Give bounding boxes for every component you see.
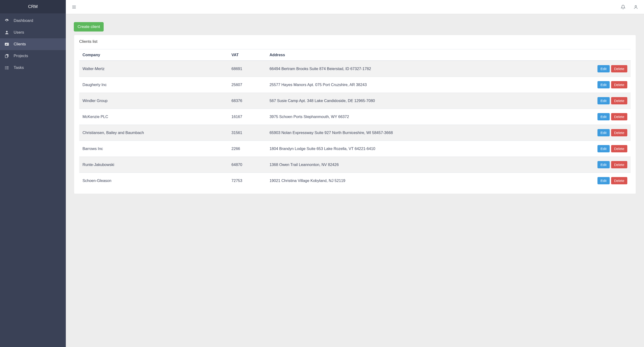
sidebar-item-clients[interactable]: Clients — [0, 38, 66, 50]
cell-actions: EditDelete — [551, 109, 630, 125]
id-card-icon — [4, 42, 10, 47]
delete-button[interactable]: Delete — [611, 161, 627, 168]
table-row: Christiansen, Bailey and Baumbach3156165… — [79, 125, 630, 141]
sidebar-nav: DashboardUsersClientsProjectsTasks — [0, 14, 66, 74]
svg-point-0 — [6, 21, 7, 22]
cell-vat: 64870 — [228, 157, 266, 173]
edit-button[interactable]: Edit — [598, 81, 610, 88]
cell-company: Daugherty Inc — [79, 77, 228, 93]
cell-vat: 25607 — [228, 77, 266, 93]
delete-button[interactable]: Delete — [611, 129, 627, 136]
svg-point-17 — [635, 6, 637, 7]
cell-company: Schoen-Gleason — [79, 173, 228, 189]
sidebar: CRM DashboardUsersClientsProjectsTasks — [0, 0, 66, 347]
svg-rect-10 — [5, 68, 6, 68]
cell-address: 1368 Owen Trail Leannonton, NV 82426 — [266, 157, 551, 173]
cell-address: 25577 Hayes Manors Apt. 075 Port Cruzshi… — [266, 77, 551, 93]
cell-actions: EditDelete — [551, 173, 630, 189]
col-address: Address — [266, 49, 551, 61]
cell-vat: 68376 — [228, 93, 266, 109]
table-row: McKenzie PLC161673975 Schoen Ports Steph… — [79, 109, 630, 125]
tasks-icon — [4, 65, 10, 70]
cell-actions: EditDelete — [551, 157, 630, 173]
delete-button[interactable]: Delete — [611, 97, 627, 104]
cell-company: Christiansen, Bailey and Baumbach — [79, 125, 228, 141]
card-title: Clients list — [74, 35, 636, 48]
svg-rect-4 — [7, 44, 8, 44]
sidebar-item-projects[interactable]: Projects — [0, 50, 66, 62]
delete-button[interactable]: Delete — [611, 145, 627, 152]
cell-actions: EditDelete — [551, 125, 630, 141]
delete-button[interactable]: Delete — [611, 81, 627, 88]
col-actions — [551, 49, 630, 61]
sidebar-item-label: Dashboard — [14, 18, 33, 23]
table-row: Runte-Jakubowski648701368 Owen Trail Lea… — [79, 157, 630, 173]
copy-icon — [4, 53, 10, 58]
sidebar-item-dashboard[interactable]: Dashboard — [0, 15, 66, 26]
svg-rect-5 — [7, 44, 8, 44]
cell-address: 65903 Nolan Expressway Suite 927 North B… — [266, 125, 551, 141]
svg-point-3 — [6, 44, 7, 44]
clients-tbody: Walter-Mertz6869166494 Bertram Brooks Su… — [79, 61, 630, 188]
edit-button[interactable]: Edit — [598, 97, 610, 104]
edit-button[interactable]: Edit — [598, 161, 610, 168]
cell-vat: 72753 — [228, 173, 266, 189]
svg-rect-13 — [6, 69, 9, 69]
cell-company: Windler Group — [79, 93, 228, 109]
delete-button[interactable]: Delete — [611, 113, 627, 120]
cell-address: 66494 Bertram Brooks Suite 874 Beierstad… — [266, 61, 551, 77]
col-company: Company — [79, 49, 228, 61]
sidebar-item-users[interactable]: Users — [0, 26, 66, 38]
cell-vat: 31561 — [228, 125, 266, 141]
dashboard-icon — [4, 18, 10, 23]
cell-company: McKenzie PLC — [79, 109, 228, 125]
delete-button[interactable]: Delete — [611, 65, 627, 72]
cell-company: Barrows Inc — [79, 141, 228, 157]
table-row: Windler Group68376567 Susie Camp Apt. 34… — [79, 93, 630, 109]
cell-address: 19021 Christina Village Kobyland, NJ 521… — [266, 173, 551, 189]
cell-actions: EditDelete — [551, 61, 630, 77]
delete-button[interactable]: Delete — [611, 177, 627, 184]
sidebar-item-label: Projects — [14, 54, 28, 58]
edit-button[interactable]: Edit — [598, 129, 610, 136]
sidebar-item-tasks[interactable]: Tasks — [0, 62, 66, 74]
edit-button[interactable]: Edit — [598, 145, 610, 152]
svg-point-1 — [6, 31, 8, 32]
clients-table: Company VAT Address Walter-Mertz68691664… — [79, 49, 630, 188]
cell-company: Walter-Mertz — [79, 61, 228, 77]
cell-vat: 68691 — [228, 61, 266, 77]
cell-company: Runte-Jakubowski — [79, 157, 228, 173]
svg-rect-7 — [5, 55, 8, 58]
cell-address: 567 Susie Camp Apt. 348 Lake Candidoside… — [266, 93, 551, 109]
table-row: Walter-Mertz6869166494 Bertram Brooks Su… — [79, 61, 630, 77]
bell-icon[interactable] — [620, 4, 626, 10]
svg-rect-9 — [6, 66, 9, 67]
edit-button[interactable]: Edit — [598, 113, 610, 120]
content: Create client Clients list Company VAT A… — [66, 14, 644, 202]
svg-rect-11 — [6, 68, 9, 68]
cell-actions: EditDelete — [551, 77, 630, 93]
brand[interactable]: CRM — [0, 0, 66, 14]
table-row: Barrows Inc22661804 Brandyn Lodge Suite … — [79, 141, 630, 157]
cell-address: 3975 Schoen Ports Stephanmouth, WY 66372 — [266, 109, 551, 125]
cell-vat: 2266 — [228, 141, 266, 157]
table-row: Daugherty Inc2560725577 Hayes Manors Apt… — [79, 77, 630, 93]
cell-vat: 16167 — [228, 109, 266, 125]
menu-toggle-icon[interactable] — [71, 4, 77, 10]
table-row: Schoen-Gleason7275319021 Christina Villa… — [79, 173, 630, 189]
user-icon[interactable] — [633, 4, 639, 10]
clients-card: Clients list Company VAT Address Walter-… — [74, 35, 636, 194]
svg-rect-8 — [5, 66, 6, 67]
edit-button[interactable]: Edit — [598, 65, 610, 72]
sidebar-item-label: Users — [14, 30, 24, 35]
cell-actions: EditDelete — [551, 141, 630, 157]
user-icon — [4, 30, 10, 35]
svg-rect-12 — [5, 69, 6, 69]
sidebar-item-label: Clients — [14, 42, 26, 46]
cell-actions: EditDelete — [551, 93, 630, 109]
create-client-button[interactable]: Create client — [74, 22, 104, 32]
edit-button[interactable]: Edit — [598, 177, 610, 184]
topbar — [66, 0, 644, 14]
sidebar-item-label: Tasks — [14, 65, 24, 70]
col-vat: VAT — [228, 49, 266, 61]
